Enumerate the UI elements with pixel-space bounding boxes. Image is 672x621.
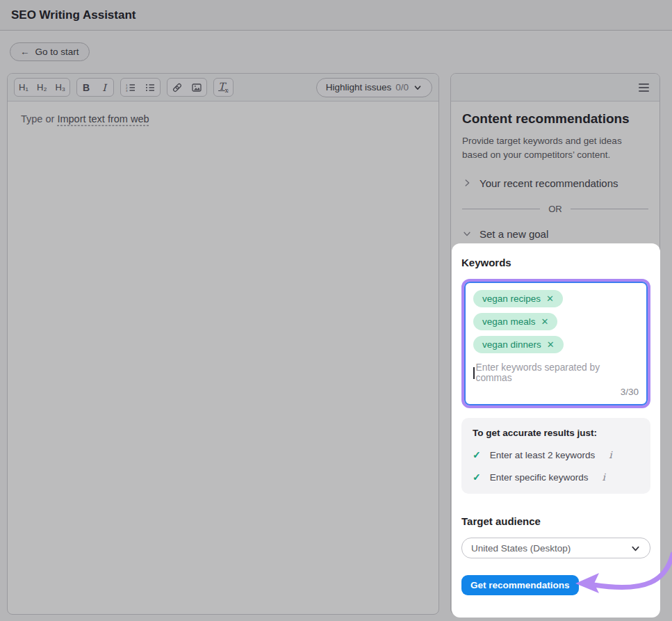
keyword-tag-label: vegan recipes: [482, 293, 541, 304]
keyword-tag: vegan recipes ✕: [473, 290, 563, 307]
keywords-counter: 3/30: [473, 387, 639, 397]
keyword-tag-label: vegan meals: [482, 316, 536, 327]
keywords-input[interactable]: vegan recipes ✕ vegan meals ✕ vegan dinn…: [464, 282, 648, 405]
keyword-tag: vegan dinners ✕: [473, 336, 564, 353]
target-audience-select[interactable]: United States (Desktop): [461, 538, 650, 558]
keyword-tag-label: vegan dinners: [482, 339, 541, 350]
remove-keyword-icon[interactable]: ✕: [546, 293, 554, 304]
keywords-label: Keywords: [461, 257, 650, 268]
get-recommendations-button[interactable]: Get recommendations: [461, 575, 579, 595]
keywords-spotlight-card: Keywords vegan recipes ✕ vegan meals ✕ v…: [452, 243, 660, 618]
text-caret: [473, 367, 475, 379]
tip-label: Enter specific keywords: [490, 472, 589, 483]
target-audience-value: United States (Desktop): [471, 543, 571, 554]
tips-box: To get accurate results just: ✓ Enter at…: [461, 418, 650, 494]
tip-item: ✓ Enter specific keywords i: [473, 471, 639, 483]
remove-keyword-icon[interactable]: ✕: [547, 339, 555, 350]
chevron-down-icon: [630, 543, 641, 554]
target-audience-label: Target audience: [461, 515, 650, 527]
remove-keyword-icon[interactable]: ✕: [541, 316, 549, 327]
check-icon: ✓: [473, 449, 481, 460]
tip-item: ✓ Enter at least 2 keywords i: [473, 449, 639, 460]
keywords-highlight-box: vegan recipes ✕ vegan meals ✕ vegan dinn…: [461, 279, 650, 408]
tip-label: Enter at least 2 keywords: [490, 450, 596, 460]
check-icon: ✓: [473, 471, 481, 483]
info-icon[interactable]: i: [609, 449, 612, 460]
tips-title: To get accurate results just:: [473, 428, 639, 438]
info-icon[interactable]: i: [603, 471, 605, 483]
keyword-tag: vegan meals ✕: [473, 313, 557, 330]
keywords-placeholder[interactable]: Enter keywords separated by commas: [473, 362, 639, 383]
